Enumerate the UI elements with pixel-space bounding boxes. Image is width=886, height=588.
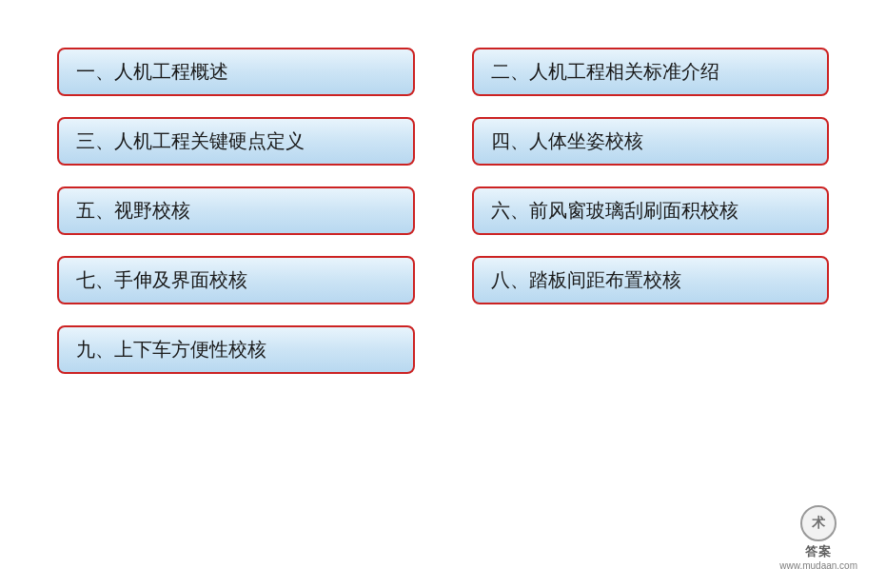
menu-item-6-label: 六、前风窗玻璃刮刷面积校核 [491,198,738,224]
watermark-symbol: 术 [812,515,825,532]
menu-item-5-label: 五、视野校核 [76,198,190,224]
watermark: 术 答案 www.mudaan.com [779,505,857,571]
menu-item-2[interactable]: 二、人机工程相关标准介绍 [472,48,830,96]
watermark-circle: 术 [800,505,837,541]
menu-grid: 一、人机工程概述 二、人机工程相关标准介绍 三、人机工程关键硬点定义 四、人体坐… [38,38,848,383]
menu-item-5[interactable]: 五、视野校核 [57,186,415,235]
menu-item-8[interactable]: 八、踏板间距布置校核 [472,256,830,304]
menu-item-1-label: 一、人机工程概述 [76,59,228,85]
menu-item-4-label: 四、人体坐姿校核 [491,128,643,154]
menu-item-7-label: 七、手伸及界面校核 [76,267,247,293]
menu-item-7[interactable]: 七、手伸及界面校核 [57,256,415,304]
menu-item-8-label: 八、踏板间距布置校核 [491,267,681,293]
menu-item-9-label: 九、上下车方便性校核 [76,337,266,363]
menu-item-9[interactable]: 九、上下车方便性校核 [57,325,415,374]
menu-item-3[interactable]: 三、人机工程关键硬点定义 [57,117,415,166]
menu-item-4[interactable]: 四、人体坐姿校核 [472,117,830,166]
menu-item-1[interactable]: 一、人机工程概述 [57,48,415,96]
main-container: 一、人机工程概述 二、人机工程相关标准介绍 三、人机工程关键硬点定义 四、人体坐… [0,0,886,588]
menu-item-3-label: 三、人机工程关键硬点定义 [76,128,305,154]
menu-item-6[interactable]: 六、前风窗玻璃刮刷面积校核 [472,186,830,235]
menu-item-2-label: 二、人机工程相关标准介绍 [491,59,719,85]
watermark-url: www.mudaan.com [779,560,857,571]
watermark-label: 答案 [805,543,832,560]
